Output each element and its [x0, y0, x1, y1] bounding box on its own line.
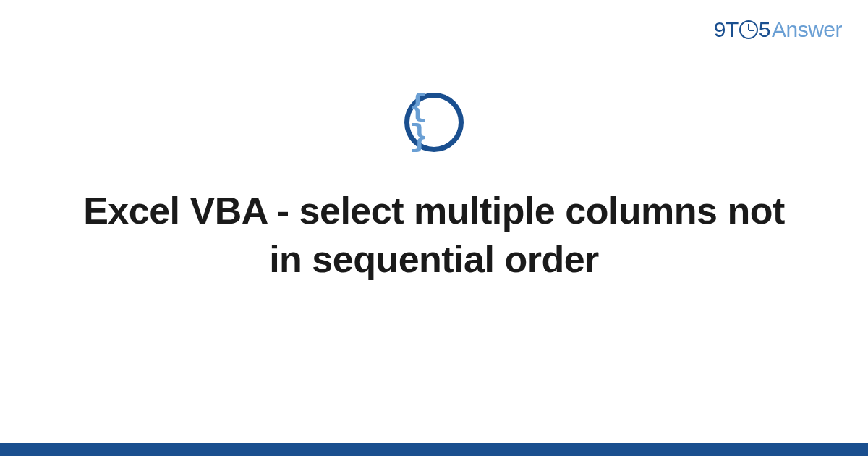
logo-five: 5 — [759, 17, 770, 42]
logo-t: T — [726, 17, 739, 42]
category-icon-circle: { } — [404, 93, 464, 152]
site-logo: 9 T 5 Answer — [714, 17, 842, 42]
clock-icon — [739, 20, 758, 39]
footer-bar — [0, 443, 868, 456]
logo-nine: 9 — [714, 17, 726, 42]
logo-answer: Answer — [772, 17, 842, 42]
code-braces-icon: { } — [409, 92, 459, 153]
page-title: Excel VBA - select multiple columns not … — [80, 187, 788, 283]
main-content: { } Excel VBA - select multiple columns … — [0, 93, 868, 283]
